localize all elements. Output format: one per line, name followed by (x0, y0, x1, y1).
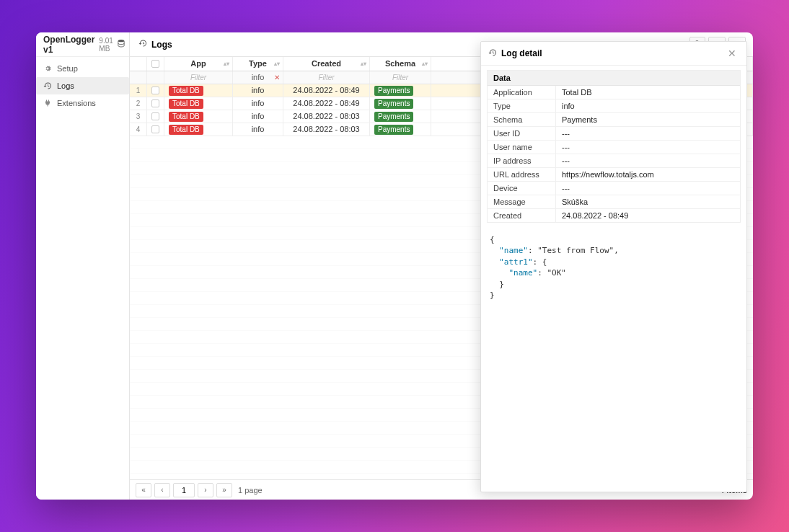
detail-field-row: Typeinfo (488, 99, 740, 113)
detail-field-key: Application (488, 86, 556, 99)
row-checkbox[interactable] (147, 123, 164, 136)
schema-badge: Payments (374, 86, 413, 96)
app-badge: Total DB (169, 112, 203, 122)
col-header-app[interactable]: App▴▾ (164, 57, 233, 71)
detail-field-value: Total DB (556, 86, 740, 99)
svg-point-0 (118, 40, 124, 42)
detail-field-key: User ID (488, 127, 556, 140)
sidebar-item-label: Logs (57, 81, 74, 90)
detail-field-key: IP address (488, 154, 556, 167)
db-size-badge: 9.01 MB (99, 37, 113, 53)
sidebar-item-label: Setup (57, 64, 78, 73)
app-badge: Total DB (169, 125, 203, 135)
detail-field-value: Payments (556, 113, 740, 126)
col-index (130, 57, 147, 71)
detail-field-value: --- (556, 141, 740, 154)
filter-type[interactable]: info ✕ (233, 71, 283, 84)
col-header-created[interactable]: Created▴▾ (283, 57, 370, 71)
sidebar-item-setup[interactable]: Setup (36, 60, 129, 77)
app-badge: Total DB (169, 99, 203, 109)
log-detail-panel: Log detail ✕ Data ApplicationTotal DBTyp… (480, 41, 747, 492)
sidebar-header: OpenLogger v1 9.01 MB (36, 32, 129, 57)
sort-icon: ▴▾ (224, 61, 229, 67)
filter-app[interactable]: Filter (164, 71, 233, 84)
detail-title: Log detail (501, 48, 542, 58)
detail-field-row: User ID--- (488, 127, 740, 141)
filter-created[interactable]: Filter (283, 71, 370, 84)
detail-field-row: SchemaPayments (488, 113, 740, 127)
detail-header: Log detail ✕ (481, 42, 746, 66)
detail-field-key: Device (488, 182, 556, 195)
detail-field-key: User name (488, 141, 556, 154)
detail-field-value: https://newflow.totaljs.com (556, 168, 740, 181)
detail-field-row: Created24.08.2022 - 08:49 (488, 209, 740, 222)
detail-field-key: Created (488, 209, 556, 222)
pager-first[interactable]: « (136, 483, 151, 497)
pager-last[interactable]: » (216, 483, 232, 497)
detail-field-value: --- (556, 154, 740, 167)
sort-icon: ▴▾ (422, 61, 428, 67)
detail-field-row: IP address--- (488, 154, 740, 168)
detail-field-row: User name--- (488, 141, 740, 154)
detail-field-value: Skúška (556, 195, 740, 208)
detail-field-row: MessageSkúška (488, 195, 740, 209)
checkbox-icon (151, 112, 159, 120)
close-icon[interactable]: ✕ (725, 48, 739, 59)
sidebar: OpenLogger v1 9.01 MB Setup Logs (36, 32, 130, 500)
checkbox-icon (151, 87, 159, 94)
col-header-type[interactable]: Type▴▾ (233, 57, 283, 71)
checkbox-icon (151, 60, 159, 68)
detail-field-key: URL address (488, 168, 556, 181)
clear-filter-icon[interactable]: ✕ (274, 71, 280, 84)
col-checkbox-header[interactable] (147, 57, 164, 71)
detail-field-key: Schema (488, 113, 556, 126)
detail-field-value: --- (556, 127, 740, 140)
detail-field-key: Message (488, 195, 556, 208)
sort-icon: ▴▾ (361, 61, 366, 67)
sidebar-item-extensions[interactable]: Extensions (36, 94, 129, 112)
row-checkbox[interactable] (147, 97, 164, 110)
detail-field-row: URL addresshttps://newflow.totaljs.com (488, 168, 740, 182)
detail-field-value: info (556, 99, 740, 112)
checkbox-icon (151, 99, 159, 107)
pager-page-text: 1 page (238, 486, 263, 495)
app-window: OpenLogger v1 9.01 MB Setup Logs (36, 32, 753, 500)
detail-field-value: --- (556, 182, 740, 195)
sidebar-item-label: Extensions (57, 99, 96, 107)
detail-field-row: ApplicationTotal DB (488, 86, 740, 99)
gear-icon (43, 64, 52, 73)
history-icon (488, 48, 497, 59)
detail-field-row: Device--- (488, 182, 740, 195)
detail-field-value: 24.08.2022 - 08:49 (556, 209, 740, 222)
schema-badge: Payments (374, 125, 413, 135)
pager-prev[interactable]: ‹ (154, 483, 170, 497)
sort-icon: ▴▾ (274, 61, 280, 67)
pager-next[interactable]: › (198, 483, 213, 497)
plug-icon (43, 99, 52, 107)
page-title: Logs (151, 40, 172, 50)
history-icon (43, 81, 52, 90)
history-icon (138, 39, 147, 50)
row-checkbox[interactable] (147, 110, 164, 123)
pager-page-input[interactable] (173, 483, 195, 497)
app-title: OpenLogger v1 (43, 35, 94, 55)
sidebar-item-logs[interactable]: Logs (36, 77, 129, 94)
checkbox-icon (151, 125, 159, 133)
database-icon (118, 39, 125, 50)
app-badge: Total DB (169, 86, 203, 96)
detail-data-table: Data ApplicationTotal DBTypeinfoSchemaPa… (487, 70, 741, 223)
row-checkbox[interactable] (147, 84, 164, 97)
detail-data-label: Data (488, 71, 740, 86)
schema-badge: Payments (374, 99, 413, 109)
filter-schema[interactable]: Filter (370, 71, 431, 84)
col-header-schema[interactable]: Schema▴▾ (370, 57, 431, 71)
schema-badge: Payments (374, 112, 413, 122)
sidebar-nav: Setup Logs Extensions (36, 57, 129, 115)
detail-field-key: Type (488, 99, 556, 112)
json-payload: { "name": "Test from Flow", "attr1": { "… (481, 227, 746, 492)
